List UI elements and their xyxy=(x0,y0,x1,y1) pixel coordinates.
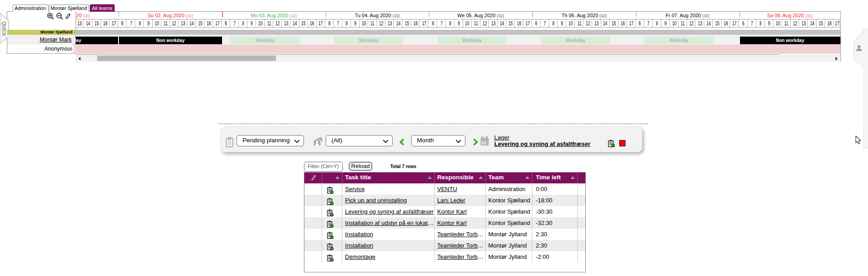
svg-text:12: 12 xyxy=(481,140,486,145)
